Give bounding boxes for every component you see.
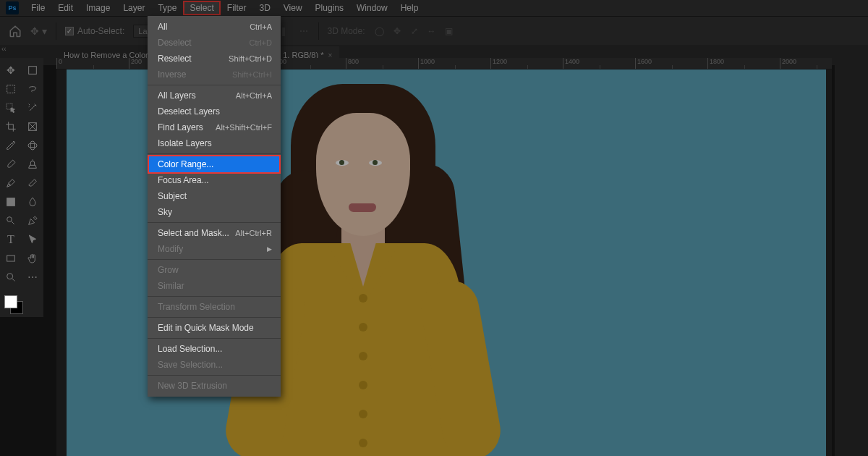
- menu-item-reselect[interactable]: ReselectShift+Ctrl+D: [148, 51, 281, 67]
- menu-shortcut: Ctrl+A: [250, 21, 272, 33]
- menu-separator: [148, 222, 281, 223]
- menu-edit[interactable]: Edit: [51, 1, 80, 15]
- spot-heal-tool[interactable]: [22, 136, 43, 155]
- app-logo: Ps: [6, 1, 19, 14]
- menu-view[interactable]: View: [277, 1, 309, 15]
- menu-type[interactable]: Type: [151, 1, 183, 15]
- menu-item-label: Isolate Layers: [158, 138, 212, 149]
- cam-icon: ▣: [443, 25, 455, 37]
- menu-item-all-layers[interactable]: All LayersAlt+Ctrl+A: [148, 88, 281, 104]
- menu-item-deselect-layers[interactable]: Deselect Layers: [148, 104, 281, 119]
- menu-select[interactable]: Select: [183, 1, 220, 15]
- crop-tool[interactable]: [0, 117, 22, 136]
- menu-separator: [148, 338, 281, 339]
- menu-item-label: Focus Area...: [158, 174, 209, 186]
- zoom-tool[interactable]: [0, 268, 22, 287]
- menu-item-label: Transform Selection: [158, 301, 235, 313]
- menu-item-select-and-mask[interactable]: Select and Mask...Alt+Ctrl+R: [148, 225, 281, 241]
- ruler-tick: 800: [346, 58, 418, 69]
- brush-tool[interactable]: [0, 155, 22, 174]
- menu-item-label: Edit in Quick Mask Mode: [158, 322, 254, 334]
- svg-rect-6: [7, 198, 15, 206]
- menu-item-label: Deselect: [158, 37, 192, 48]
- history-brush-tool[interactable]: [0, 174, 22, 193]
- menu-item-label: Select and Mask...: [158, 227, 229, 239]
- ruler-tick: 1600: [635, 58, 707, 69]
- type-tool[interactable]: T: [0, 230, 22, 249]
- tools-panel: ✥ T ⋯: [0, 58, 43, 317]
- pan-icon: ✥: [391, 25, 403, 37]
- menu-item-label: Reselect: [158, 53, 192, 64]
- menu-item-load-selection[interactable]: Load Selection...: [148, 341, 281, 357]
- menu-item-label: All Layers: [158, 90, 196, 101]
- dodge-tool[interactable]: [0, 211, 22, 230]
- menu-item-all[interactable]: AllCtrl+A: [148, 19, 281, 35]
- panel-collapse-icon[interactable]: ‹‹: [1, 45, 7, 53]
- menu-separator: [148, 317, 281, 318]
- frame-tool[interactable]: [22, 117, 43, 136]
- menu-item-edit-in-quick-mask-mode[interactable]: Edit in Quick Mask Mode: [148, 320, 281, 336]
- menu-separator: [148, 259, 281, 260]
- menu-filter[interactable]: Filter: [221, 1, 253, 15]
- menu-item-label: Modify: [158, 243, 183, 255]
- path-select-tool[interactable]: [22, 230, 43, 249]
- menu-item-focus-area[interactable]: Focus Area...: [148, 172, 281, 188]
- submenu-arrow-icon: ▶: [267, 243, 272, 255]
- menu-item-label: Grow: [158, 264, 179, 276]
- svg-point-7: [7, 217, 12, 222]
- object-select-tool[interactable]: [0, 98, 22, 117]
- svg-rect-1: [7, 85, 15, 93]
- eraser-tool[interactable]: [22, 174, 43, 193]
- menu-item-label: Save Selection...: [158, 359, 223, 371]
- menu-item-sky[interactable]: Sky: [148, 204, 281, 220]
- menu-help[interactable]: Help: [394, 1, 425, 15]
- menu-item-subject[interactable]: Subject: [148, 188, 281, 204]
- menu-item-isolate-layers[interactable]: Isolate Layers: [148, 135, 281, 151]
- artboard-tool[interactable]: [22, 61, 43, 80]
- rectangle-tool[interactable]: [0, 249, 22, 268]
- blur-tool[interactable]: [22, 193, 43, 211]
- move-tool[interactable]: ✥: [0, 61, 22, 80]
- clone-stamp-tool[interactable]: [22, 155, 43, 174]
- menu-image[interactable]: Image: [80, 1, 116, 15]
- menu-item-label: Load Selection...: [158, 343, 222, 355]
- menu-item-label: Sky: [158, 206, 172, 218]
- home-icon[interactable]: [9, 25, 22, 38]
- menu-layer[interactable]: Layer: [116, 1, 151, 15]
- menu-separator: [148, 153, 281, 154]
- menu-3d[interactable]: 3D: [252, 1, 276, 15]
- menu-item-modify: Modify▶: [148, 241, 281, 257]
- menu-shortcut: Shift+Ctrl+I: [232, 69, 272, 80]
- magic-wand-tool[interactable]: [22, 98, 43, 117]
- lasso-tool[interactable]: [22, 80, 43, 98]
- color-swatches[interactable]: [4, 295, 26, 317]
- menu-item-label: Inverse: [158, 69, 186, 80]
- auto-select-checkbox[interactable]: ✓ Auto-Select:: [65, 26, 124, 36]
- marquee-tool[interactable]: [0, 80, 22, 98]
- foreground-swatch[interactable]: [4, 295, 17, 308]
- svg-rect-4: [30, 141, 34, 150]
- ruler-tick: 0: [56, 58, 129, 69]
- 3d-mode-controls[interactable]: ◯✥⤢ ↔▣: [374, 25, 455, 37]
- menu-file[interactable]: File: [25, 1, 51, 15]
- right-panel-collapsed[interactable]: [835, 58, 868, 456]
- more-align-icon[interactable]: ⋯: [298, 25, 310, 37]
- divider: [56, 22, 56, 40]
- pen-tool[interactable]: [22, 211, 43, 230]
- menu-shortcut: Alt+Ctrl+A: [236, 90, 272, 101]
- menu-item-deselect: DeselectCtrl+D: [148, 35, 281, 51]
- hand-tool[interactable]: [22, 249, 43, 268]
- svg-rect-8: [7, 256, 15, 261]
- menu-shortcut: Shift+Ctrl+D: [229, 53, 272, 64]
- edit-toolbar[interactable]: ⋯: [22, 268, 43, 287]
- menu-plugins[interactable]: Plugins: [309, 1, 350, 15]
- menu-item-find-layers[interactable]: Find LayersAlt+Shift+Ctrl+F: [148, 119, 281, 135]
- auto-select-label: Auto-Select:: [77, 26, 124, 36]
- eyedropper-tool[interactable]: [0, 136, 22, 155]
- svg-point-9: [7, 274, 13, 279]
- menu-item-label: All: [158, 21, 167, 33]
- menu-item-color-range[interactable]: Color Range...: [148, 155, 281, 174]
- menu-item-label: Color Range...: [158, 159, 213, 170]
- menu-window[interactable]: Window: [350, 1, 394, 15]
- gradient-tool[interactable]: [0, 193, 22, 211]
